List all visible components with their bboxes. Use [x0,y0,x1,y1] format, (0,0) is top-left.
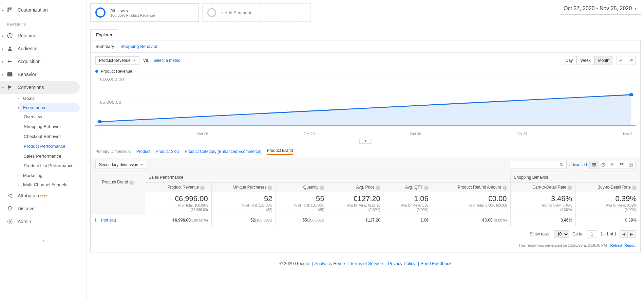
help-icon[interactable]: ? [376,186,380,190]
daterange-picker[interactable]: Oct 27, 2020 - Nov 25, 2020 ▼ [560,3,641,15]
collapse-chart-button[interactable]: ▼ [359,139,372,144]
col-refund-amount[interactable]: Product Refund Amount? [432,183,510,192]
nav-conversions[interactable]: ▾ Conversions [0,81,80,94]
view-bars-icon[interactable] [608,161,617,169]
nav-audience[interactable]: ▸ Audience [0,42,87,55]
nav-acquisition[interactable]: ▸ Acquisition [0,55,87,68]
bulb-icon [7,206,13,212]
nav-admin[interactable]: Admin [0,215,87,228]
ssnav-product-list-performance[interactable]: Product List Performance [24,161,87,171]
segment-all-users[interactable]: All Users 100.00% Product Revenue [90,3,199,22]
dim-product[interactable]: Product [136,149,150,154]
col-buy-rate[interactable]: Buy-to-Detail Rate? [576,183,640,192]
help-icon[interactable]: ? [268,186,272,190]
dim-product-category[interactable]: Product Category (Enhanced Ecommerce) [185,149,261,154]
row-name-link[interactable]: (not set) [101,218,116,223]
col-unique-purchases[interactable]: Unique Purchases? [211,183,276,192]
svg-rect-27 [611,164,613,164]
view-table-icon[interactable] [589,161,599,169]
help-icon[interactable]: ? [424,186,429,190]
help-icon[interactable]: ? [320,186,324,190]
svg-rect-29 [611,165,612,166]
ssnav-product-performance[interactable]: Product Performance [24,142,87,152]
ssnav-shopping-behavior[interactable]: Shopping Behavior [24,122,87,132]
col-product-revenue[interactable]: Product Revenue?↓ [145,183,212,192]
prev-page-button[interactable]: ◀ [620,230,628,238]
svg-point-15 [631,59,633,61]
nav-label: Customization [18,7,48,13]
page-range: 1 - 1 of 1 [601,232,617,236]
dim-product-sku[interactable]: Product SKU [156,149,179,154]
ssnav-sales-performance[interactable]: Sales Performance [24,152,87,161]
granularity-month[interactable]: Month [594,56,613,65]
nav-attribution[interactable]: AttributionBETA [0,189,87,202]
chevron-down-icon: ▾ [18,106,21,109]
dim-product-brand[interactable]: Product Brand [267,148,293,155]
granularity-week[interactable]: Week [576,56,594,65]
svg-point-21 [560,163,562,165]
subnav-marketing[interactable]: ▸Marketing [19,171,87,180]
subnav-ecommerce[interactable]: ▾Ecommerce [19,103,80,112]
totals-row: €6,996.00% of Total: 100.00%(€6,996.00) … [91,192,640,214]
footer-tos-link[interactable]: Terms of Service [350,261,383,266]
chevron-right-icon: ▸ [2,47,4,51]
metric-selector[interactable]: Product Revenue ▼ [95,56,139,65]
search-button[interactable] [557,161,567,169]
nav-realtime[interactable]: ▸ Realtime [0,29,87,42]
advanced-link[interactable]: advanced [569,162,587,167]
svg-point-19 [97,120,102,123]
subtab-shopping-behavior[interactable]: Shopping Behavior [120,44,158,49]
col-avg-price[interactable]: Avg. Price? [328,183,384,192]
chart-type-line-icon[interactable] [617,56,625,65]
chevron-right-icon: ▸ [18,183,21,187]
col-product-brand[interactable]: Product Brand? [91,172,145,192]
col-quantity[interactable]: Quantity? [276,183,328,192]
secondary-dimension-selector[interactable]: Secondary dimension ▼ [95,161,147,169]
subnav-goals[interactable]: ▸Goals [19,94,87,103]
col-avg-qty[interactable]: Avg. QTY? [384,183,432,192]
footer-feedback-link[interactable]: Send Feedback [420,261,451,266]
ssnav-checkout-behavior[interactable]: Checkout Behavior [24,132,87,142]
view-comparison-icon[interactable] [617,161,626,169]
person-icon [7,46,13,52]
ssnav-overview[interactable]: Overview [24,112,87,122]
help-icon[interactable]: ? [568,186,572,190]
view-pivot-icon[interactable] [626,161,636,169]
svg-rect-35 [631,163,632,164]
next-page-button[interactable]: ▶ [627,230,636,238]
chart-type-motion-icon[interactable] [627,56,636,65]
granularity-day[interactable]: Day [562,56,576,65]
refresh-report-link[interactable]: Refresh Report [610,243,636,247]
select-metric-link[interactable]: Select a metric [153,58,180,63]
vs-label: VS. [143,58,149,63]
footer: © 2020 Google |Analytics Home |Terms of … [87,256,644,271]
tab-explorer[interactable]: Explorer [90,29,118,40]
subnav-multichannel[interactable]: ▸Multi-Channel Funnels [19,180,87,189]
chevron-down-icon: ▾ [2,86,4,89]
svg-line-22 [562,165,563,166]
rows-select[interactable]: 10 [554,230,569,238]
goto-input[interactable] [587,230,597,238]
collapse-sidebar-button[interactable]: ‹ [0,235,87,247]
chevron-down-icon: ▼ [140,163,143,166]
subtab-summary[interactable]: Summary [95,44,114,49]
search-input[interactable] [510,161,557,169]
nav-label: Audience [18,46,37,51]
help-icon[interactable]: ? [129,180,134,185]
conversions-subnav: ▸Goals ▾Ecommerce Overview Shopping Beha… [0,94,87,189]
nav-behavior[interactable]: ▸ Behavior [0,68,87,81]
show-rows-label: Show rows: [530,232,551,236]
footer-home-link[interactable]: Analytics Home [314,261,345,266]
nav-label: Behavior [18,72,36,77]
footer-privacy-link[interactable]: Privacy Policy [388,261,415,266]
nav-discover[interactable]: Discover [0,202,87,215]
add-segment-button[interactable]: + Add Segment [202,3,311,22]
col-cart-rate[interactable]: Cart-to-Detail Rate? [510,183,576,192]
table-row[interactable]: 1.(not set) €6,996.00(100.00%) 52(100.00… [91,214,640,226]
goto-label: Go to: [572,232,584,236]
help-icon[interactable]: ? [200,186,205,190]
nav-customization[interactable]: ▸ Customization [0,3,87,16]
help-icon[interactable]: ? [503,186,507,190]
view-pie-icon[interactable] [599,161,608,169]
help-icon[interactable]: ? [632,186,637,190]
